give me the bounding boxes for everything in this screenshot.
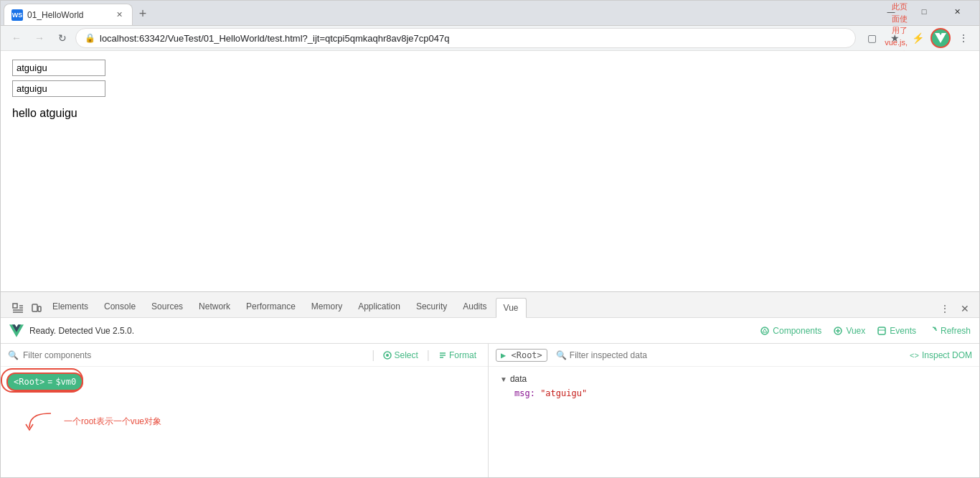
devtools-actions: ⋮ ✕ bbox=[936, 300, 979, 317]
tab-audits[interactable]: Audits bbox=[456, 297, 494, 317]
inspect-element-icon[interactable] bbox=[9, 300, 27, 317]
inspect-filter: 🔍 bbox=[556, 350, 904, 360]
lock-icon: 🔒 bbox=[85, 33, 95, 43]
more-button[interactable]: ⋮ bbox=[953, 28, 974, 48]
vuex-icon bbox=[833, 326, 843, 336]
tab-sources[interactable]: Sources bbox=[144, 297, 190, 317]
component-breadcrumb: ▶ <Root> bbox=[496, 349, 547, 362]
events-button[interactable]: Events bbox=[877, 326, 916, 336]
components-button[interactable]: Components bbox=[760, 326, 821, 336]
maximize-button[interactable]: □ bbox=[908, 1, 941, 22]
data-item-msg: msg: "atguigu" bbox=[500, 388, 968, 398]
tab-vue[interactable]: Vue bbox=[496, 298, 527, 317]
breadcrumb-arrow: ▶ bbox=[501, 350, 506, 360]
vue-left-panel: 🔍 | Select | bbox=[1, 344, 489, 477]
cast-icon[interactable]: ▢ bbox=[862, 28, 882, 48]
svg-rect-1 bbox=[13, 304, 17, 308]
tab-title: 01_HelloWorld bbox=[27, 10, 109, 20]
refresh-icon bbox=[928, 326, 938, 336]
tab-bar: WS 01_HelloWorld ✕ + — □ ✕ bbox=[1, 1, 979, 26]
vuex-button[interactable]: Vuex bbox=[833, 326, 865, 336]
minimize-button[interactable]: — bbox=[875, 1, 908, 22]
svg-rect-12 bbox=[878, 327, 885, 334]
tab-elements[interactable]: Elements bbox=[45, 297, 95, 317]
tab-console[interactable]: Console bbox=[97, 297, 143, 317]
triangle-icon: ▼ bbox=[500, 375, 507, 383]
device-toolbar-icon[interactable] bbox=[28, 300, 45, 317]
select-icon bbox=[383, 351, 392, 360]
close-button[interactable]: ✕ bbox=[941, 1, 974, 22]
tab-close-button[interactable]: ✕ bbox=[113, 9, 125, 21]
refresh-button[interactable]: Refresh bbox=[928, 326, 971, 336]
component-filter-input[interactable] bbox=[23, 350, 367, 360]
devtools-icons bbox=[6, 300, 45, 317]
svg-point-15 bbox=[386, 354, 389, 357]
data-group-header[interactable]: ▼ data bbox=[500, 374, 968, 384]
root-arrow-icon bbox=[22, 410, 58, 431]
input-field-1[interactable] bbox=[12, 60, 105, 76]
separator2: | bbox=[427, 349, 430, 362]
customize-devtools-button[interactable]: ⋮ bbox=[936, 300, 953, 317]
devtools-tab-bar: Elements Console Sources Network Perform… bbox=[1, 292, 979, 318]
vue-right-panel: ▶ <Root> 🔍 <> Inspect DOM bbox=[489, 344, 979, 477]
browser-window: WS 01_HelloWorld ✕ + — □ ✕ ← → ↻ 🔒 local… bbox=[0, 0, 980, 478]
tab-application[interactable]: Application bbox=[351, 297, 407, 317]
events-icon bbox=[877, 326, 887, 336]
vue-panels: 🔍 | Select | bbox=[1, 344, 979, 477]
url-text: localhost:63342/VueTest/01_HelloWorld/te… bbox=[100, 33, 847, 44]
tab-performance[interactable]: Performance bbox=[239, 297, 303, 317]
tab-favicon: WS bbox=[11, 9, 23, 21]
active-tab[interactable]: WS 01_HelloWorld ✕ bbox=[4, 4, 133, 25]
select-button[interactable]: Select bbox=[379, 349, 422, 362]
filter-icon: 🔍 bbox=[556, 350, 567, 360]
component-var: $vm0 bbox=[55, 377, 76, 387]
extensions-icon[interactable]: ⚡ bbox=[908, 28, 928, 48]
vue-toolbar: Ready. Detected Vue 2.5.0. Components bbox=[1, 318, 979, 344]
reload-button[interactable]: ↻ bbox=[52, 28, 72, 48]
components-icon bbox=[760, 326, 770, 336]
separator: | bbox=[372, 349, 374, 362]
vue-data-area: ▼ data msg: "atguigu" bbox=[489, 367, 979, 477]
vue-extension-container: 如果此页面使用了vue.js, 则这里为可用状态 bbox=[930, 28, 951, 48]
url-bar[interactable]: 🔒 localhost:63342/VueTest/01_HelloWorld/… bbox=[75, 28, 856, 48]
search-icon: 🔍 bbox=[8, 350, 19, 360]
tab-security[interactable]: Security bbox=[409, 297, 454, 317]
vue-status-text: Ready. Detected Vue 2.5.0. bbox=[29, 326, 134, 336]
vue-logo bbox=[9, 324, 24, 338]
component-tag: <Root> bbox=[14, 377, 44, 387]
back-button[interactable]: ← bbox=[6, 28, 27, 48]
page-content: hello atguigu bbox=[1, 51, 979, 291]
vue-toolbar-right: Components Vuex bbox=[760, 326, 971, 336]
format-icon bbox=[438, 351, 447, 360]
new-tab-button[interactable]: + bbox=[133, 4, 153, 24]
bookmark-icon[interactable]: ★ bbox=[885, 28, 905, 48]
inspect-dom-icon: <> bbox=[910, 351, 919, 360]
vue-right-header: ▶ <Root> 🔍 <> Inspect DOM bbox=[489, 344, 979, 367]
inspect-filter-input[interactable] bbox=[570, 350, 904, 360]
root-component-item[interactable]: <Root> = $vm0 bbox=[6, 372, 83, 391]
inspect-dom-button[interactable]: <> Inspect DOM bbox=[910, 350, 972, 360]
window-controls: — □ ✕ bbox=[875, 1, 979, 25]
component-tree: <Root> = $vm0 一个root表示一个v bbox=[1, 367, 488, 477]
close-devtools-button[interactable]: ✕ bbox=[956, 300, 974, 317]
format-button[interactable]: Format bbox=[434, 349, 481, 362]
forward-button[interactable]: → bbox=[29, 28, 50, 48]
hello-text: hello atguigu bbox=[12, 107, 968, 120]
tab-memory[interactable]: Memory bbox=[304, 297, 349, 317]
data-group: ▼ data msg: "atguigu" bbox=[500, 374, 968, 398]
tab-network[interactable]: Network bbox=[192, 297, 237, 317]
devtools-panel: Elements Console Sources Network Perform… bbox=[1, 291, 979, 477]
vue-devtools-extension[interactable] bbox=[930, 28, 951, 48]
component-assign: = bbox=[47, 377, 52, 387]
toolbar-right: ▢ ★ ⚡ 如果此页面使用了vue.js, 则这里为可用状态 bbox=[862, 28, 974, 48]
devtools-body: Ready. Detected Vue 2.5.0. Components bbox=[1, 318, 979, 477]
svg-rect-6 bbox=[32, 304, 37, 311]
svg-rect-7 bbox=[38, 306, 41, 311]
input-field-2[interactable] bbox=[12, 80, 105, 97]
component-search-bar: 🔍 | Select | bbox=[1, 344, 488, 367]
address-bar: ← → ↻ 🔒 localhost:63342/VueTest/01_Hello… bbox=[1, 26, 979, 51]
root-annotation: 一个root表示一个vue对象 bbox=[22, 410, 161, 431]
